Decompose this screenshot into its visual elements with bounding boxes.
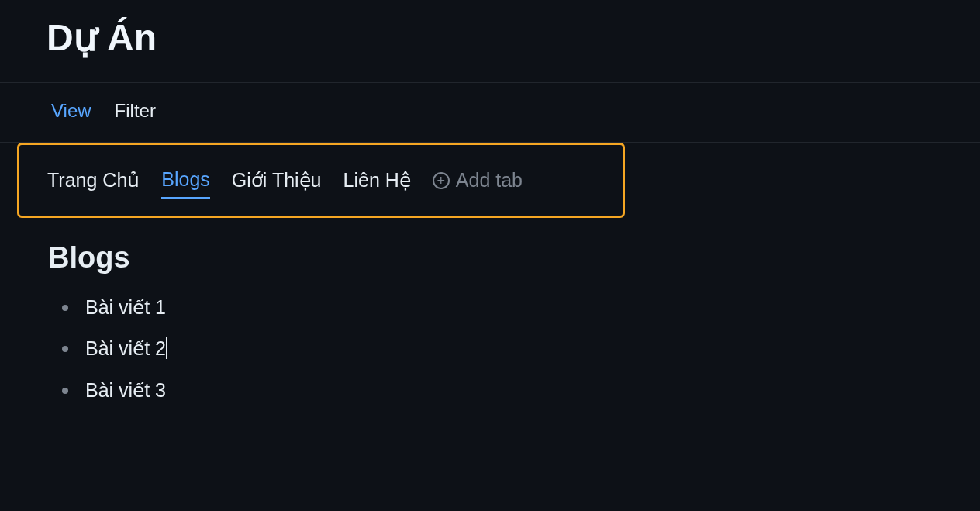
list-item-label: Bài viết 2 — [85, 337, 166, 359]
content-body: Blogs Bài viết 1 Bài viết 2 Bài viết 3 — [17, 218, 963, 402]
view-link[interactable]: View — [51, 100, 91, 122]
list-item[interactable]: Bài viết 2 — [62, 337, 932, 361]
list-item-label: Bài viết 1 — [85, 296, 166, 319]
bullet-icon — [62, 346, 68, 352]
tab-trang-chu[interactable]: Trang Chủ — [47, 169, 140, 198]
view-filter-bar: View Filter — [0, 83, 980, 142]
list-item[interactable]: Bài viết 1 — [62, 296, 932, 319]
add-tab-label: Add tab — [456, 169, 523, 192]
bullet-icon — [62, 388, 68, 394]
add-tab-button[interactable]: + Add tab — [433, 169, 523, 198]
filter-link[interactable]: Filter — [115, 100, 156, 122]
text-cursor — [166, 337, 167, 359]
tab-lien-he[interactable]: Liên Hệ — [343, 169, 411, 198]
list-item[interactable]: Bài viết 3 — [62, 379, 932, 402]
list-item-label: Bài viết 3 — [85, 379, 166, 402]
tab-gioi-thieu[interactable]: Giới Thiệu — [232, 169, 322, 198]
tabs-row: Trang Chủ Blogs Giới Thiệu Liên Hệ + Add… — [47, 168, 595, 199]
blog-list: Bài viết 1 Bài viết 2 Bài viết 3 — [48, 296, 932, 402]
plus-circle-icon: + — [433, 172, 450, 189]
tab-blogs[interactable]: Blogs — [161, 168, 210, 199]
tabs-highlight-box: Trang Chủ Blogs Giới Thiệu Liên Hệ + Add… — [17, 143, 625, 218]
content-area: Trang Chủ Blogs Giới Thiệu Liên Hệ + Add… — [0, 143, 980, 402]
section-title: Blogs — [48, 241, 932, 274]
header-section: Dự Án — [0, 0, 980, 82]
bullet-icon — [62, 305, 68, 311]
page-title: Dự Án — [47, 16, 933, 59]
